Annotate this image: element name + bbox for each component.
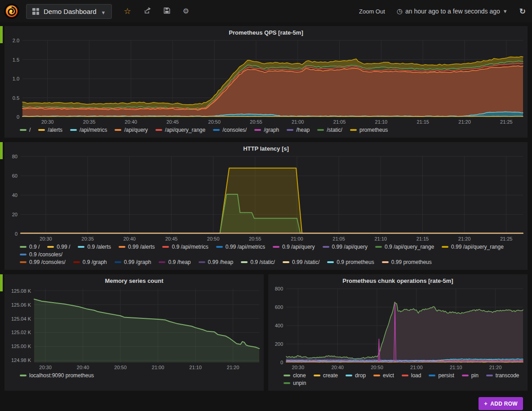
legend-series-label: /api/query — [124, 127, 148, 133]
legend-item[interactable]: /alerts — [38, 127, 62, 133]
star-dashboard-button[interactable]: ☆ — [121, 5, 133, 17]
legend-item[interactable]: /api/query — [115, 127, 148, 133]
panel-memory-series-count: Memory series count 124.98 K125.00 K125.… — [4, 274, 264, 391]
svg-text:21:20: 21:20 — [489, 365, 502, 370]
row-collapse-strip[interactable] — [0, 274, 3, 291]
legend-series-label: /consoles/ — [222, 127, 247, 133]
legend-item[interactable]: /consoles/ — [213, 127, 247, 133]
svg-text:60: 60 — [12, 173, 18, 179]
legend-item[interactable]: 0.9 /api/query — [273, 244, 315, 250]
chunk-ops-chart-canvas[interactable]: 020040060080020:3020:4020:5021:0021:1021… — [268, 285, 528, 371]
legend-item[interactable]: pin — [462, 372, 479, 379]
grafana-logo-icon[interactable] — [4, 3, 20, 19]
legend-series-swatch — [283, 261, 289, 263]
add-row-bar: + ADD ROW — [4, 395, 528, 411]
caret-down-icon: ▼ — [503, 9, 508, 14]
legend-item[interactable]: 0.99 /consoles/ — [20, 259, 66, 265]
legend-item[interactable]: 0.9 /alerts — [78, 244, 111, 250]
save-dashboard-button[interactable] — [161, 5, 173, 17]
panel-title[interactable]: Memory series count — [4, 274, 264, 285]
legend-item[interactable]: 0.99 /alerts — [119, 244, 155, 250]
legend-item[interactable]: 0.9 /api/query_range — [375, 244, 434, 250]
legend-series-label: 0.9 /api/metrics — [172, 244, 208, 250]
svg-text:21:20: 21:20 — [458, 236, 471, 241]
memory-chart-canvas[interactable]: 124.98 K125.00 K125.02 K125.04 K125.06 K… — [4, 285, 264, 371]
legend-item[interactable]: localhost:9090 prometheus — [20, 372, 94, 379]
svg-text:21:15: 21:15 — [417, 236, 429, 241]
legend-item[interactable]: evict — [373, 372, 394, 379]
legend-item[interactable]: 0.99 /graph — [115, 259, 151, 265]
legend-series-swatch — [47, 246, 54, 248]
svg-text:20:35: 20:35 — [83, 119, 96, 125]
legend-item[interactable]: 0.99 prometheus — [382, 259, 432, 265]
caret-down-icon: ▼ — [101, 10, 106, 15]
legend-item[interactable]: 0.99 /api/metrics — [216, 244, 265, 250]
legend-series-label: drop — [355, 372, 366, 379]
legend-item[interactable]: / — [20, 127, 31, 133]
panel-title[interactable]: Prometheus QPS [rate-5m] — [4, 26, 528, 37]
row-collapse-strip[interactable] — [0, 142, 3, 159]
legend-item[interactable]: 0.99 /api/query — [323, 244, 368, 250]
latency-chart-canvas[interactable]: 02040608020:3020:3520:4020:4520:5020:552… — [4, 153, 528, 243]
legend-item[interactable]: persist — [429, 372, 454, 379]
refresh-icon: ↻ — [519, 7, 526, 16]
legend-item[interactable]: load — [402, 372, 421, 379]
dashboard-row-1: Prometheus QPS [rate-5m] 00.51.01.52.020… — [4, 26, 528, 138]
legend-item[interactable]: 0.9 /api/metrics — [162, 244, 208, 250]
legend-item[interactable]: 0.9 /graph — [73, 259, 107, 265]
legend-item[interactable]: 0.99 /static/ — [283, 259, 319, 265]
legend-series-label: 0.9 prometheus — [337, 259, 374, 265]
svg-text:0: 0 — [280, 360, 283, 365]
legend-item[interactable]: transcode — [486, 372, 519, 379]
legend-item[interactable]: /heap — [287, 127, 310, 133]
legend-series-swatch — [213, 129, 220, 131]
svg-text:125.04 K: 125.04 K — [11, 316, 31, 322]
legend-item[interactable]: create — [314, 372, 338, 379]
dashboard-settings-button[interactable]: ⚙ — [180, 6, 192, 17]
legend-item[interactable]: 0.99 /heap — [199, 259, 234, 265]
legend-item[interactable]: clone — [284, 372, 306, 379]
svg-text:1.0: 1.0 — [13, 76, 19, 81]
legend-series-label: 0.9 /alerts — [87, 244, 111, 250]
legend-item[interactable]: 0.9 /consoles/ — [20, 251, 62, 258]
svg-text:20:30: 20:30 — [292, 365, 305, 370]
refresh-dashboard-button[interactable]: ↻ — [519, 7, 526, 16]
svg-text:124.98 K: 124.98 K — [11, 357, 31, 363]
legend-item[interactable]: 0.99 / — [47, 244, 70, 250]
dashboard-picker-button[interactable]: Demo Dashboard ▼ — [26, 4, 112, 19]
add-row-label: ADD ROW — [490, 401, 518, 407]
latency-legend: 0.9 /0.99 /0.9 /alerts0.99 /alerts0.9 /a… — [4, 243, 528, 270]
svg-text:21:05: 21:05 — [332, 236, 345, 241]
legend-item[interactable]: /graph — [254, 127, 279, 133]
share-dashboard-button[interactable] — [141, 5, 154, 18]
add-row-button[interactable]: + ADD ROW — [479, 397, 523, 410]
row-collapse-strip[interactable] — [0, 26, 3, 43]
legend-item[interactable]: 0.99 /api/query_range — [442, 244, 504, 250]
legend-item[interactable]: drop — [346, 372, 366, 379]
qps-legend: //alerts/api/metrics/api/query/api/query… — [4, 126, 528, 138]
legend-series-label: /alerts — [48, 127, 62, 133]
svg-text:125.00 K: 125.00 K — [11, 344, 31, 349]
legend-item[interactable]: 0.9 /static/ — [241, 259, 275, 265]
svg-text:20:50: 20:50 — [207, 236, 220, 241]
zoom-out-button[interactable]: Zoom Out — [359, 8, 385, 15]
legend-item[interactable]: /api/query_range — [155, 127, 205, 133]
panel-title[interactable]: HTTP latency [s] — [4, 142, 528, 153]
legend-item[interactable]: 0.9 /heap — [159, 259, 191, 265]
legend-item[interactable]: /api/metrics — [70, 127, 107, 133]
time-range-label: an hour ago to a few seconds ago — [405, 8, 500, 15]
legend-item[interactable]: unpin — [284, 380, 306, 386]
qps-chart-canvas[interactable]: 00.51.01.52.020:3020:3520:4020:4520:5020… — [4, 37, 528, 126]
svg-text:20:45: 20:45 — [166, 119, 179, 125]
dashboard-row-2: HTTP latency [s] 02040608020:3020:3520:4… — [4, 142, 528, 270]
legend-item[interactable]: /static/ — [317, 127, 342, 133]
plus-icon: + — [484, 400, 488, 407]
legend-series-label: unpin — [293, 380, 306, 386]
legend-item[interactable]: prometheus — [350, 127, 388, 133]
time-range-picker-button[interactable]: ◷ an hour ago to a few seconds ago ▼ — [397, 7, 508, 15]
legend-item[interactable]: 0.9 prometheus — [327, 259, 374, 265]
svg-text:21:25: 21:25 — [500, 236, 513, 241]
legend-item[interactable]: 0.9 / — [20, 244, 40, 250]
legend-series-swatch — [373, 375, 380, 376]
panel-title[interactable]: Prometheus chunk operations [rate-5m] — [268, 274, 528, 285]
